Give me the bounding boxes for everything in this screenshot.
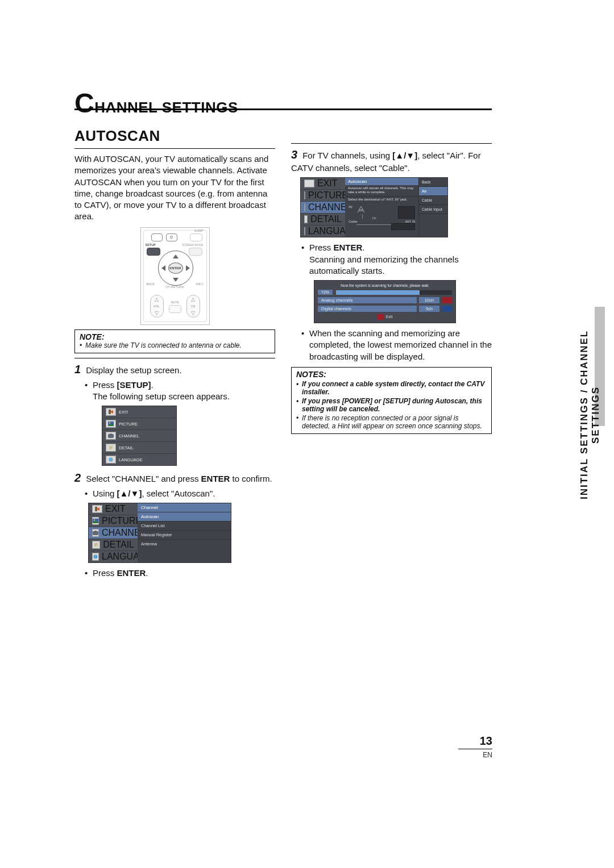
osd-progress-figure: Now the system is scanning for channels,… <box>314 280 456 323</box>
progress-track <box>336 290 452 295</box>
chapter-dropcap: C <box>74 88 94 118</box>
page-number-underline <box>458 749 492 749</box>
as-opt-air: Air <box>419 187 447 196</box>
notes-title: NOTES: <box>296 370 487 379</box>
svg-rect-0 <box>109 410 111 414</box>
osd-item-picture: PICTURE <box>102 418 176 430</box>
channel-panel-channellist: Channel List <box>138 521 231 530</box>
remote-ch-rocker: △CH▽ <box>186 295 200 318</box>
progress-message: Now the system is scanning for channels,… <box>318 283 452 287</box>
osd-item-channel: CHANNEL <box>102 430 176 442</box>
svg-rect-3 <box>109 435 114 438</box>
osd2-item-picture: PICTURE <box>89 515 138 527</box>
osd-language-label: LANGUAGE <box>119 457 143 462</box>
page-number: 13 <box>480 735 492 748</box>
remote-back-label: BACK <box>147 282 155 286</box>
progress-exit-label: Exit <box>386 315 393 319</box>
analog-swatch <box>442 297 452 303</box>
digital-key: Digital channels <box>318 306 417 312</box>
press-enter-pre-2: Press <box>309 243 334 252</box>
remote-vol-rocker: △VOL.▽ <box>150 295 164 318</box>
svg-rect-12 <box>93 532 98 535</box>
osd2-item-exit: EXIT <box>89 503 138 515</box>
step2-text-a: Select "CHANNEL" and press <box>86 474 201 483</box>
note-box: NOTE: Make sure the TV is connected to a… <box>74 329 275 353</box>
step2: 2 Select "CHANNEL" and press ENTER to co… <box>74 470 275 499</box>
exit-icon <box>377 314 384 320</box>
as-hint2: Select the destination of "ANT. IN" jack… <box>345 197 418 203</box>
analog-value: 10ch <box>419 297 439 303</box>
door-icon <box>304 180 314 187</box>
remote-sleep-label: SLEEP <box>194 229 203 232</box>
globe-icon <box>106 456 116 464</box>
step1-press-pre: Press <box>93 380 117 390</box>
remote-enter-button: ENTER <box>168 262 183 274</box>
left-column: AUTOSCAN With AUTOSCAN, your TV automati… <box>74 126 275 579</box>
step2-text-b: to confirm. <box>230 474 272 483</box>
osd-channel-label: CHANNEL <box>119 433 139 439</box>
digital-swatch <box>442 306 452 312</box>
as-detail-label: DETAIL <box>310 214 342 224</box>
section-title-underline <box>74 148 275 149</box>
arrow-down-icon <box>173 278 179 282</box>
as-item-detail: DETAIL <box>301 214 345 226</box>
divider <box>74 358 275 358</box>
step1-followup: The following setup screen appears. <box>93 391 230 401</box>
updown-arrows-label: [▲/▼] <box>392 151 417 160</box>
intro-paragraph: With AUTOSCAN, your TV automatically sca… <box>74 153 275 223</box>
step2-using-b: , select "Autoscan". <box>142 489 215 498</box>
tv-icon <box>106 432 116 440</box>
remote-sleep-button <box>190 233 202 241</box>
osd2-picture-label: PICTURE <box>102 516 142 526</box>
remote-chreturn-label: CH RETURN <box>165 285 184 289</box>
osd2-item-channel: CHANNEL <box>89 527 138 539</box>
as-cable-label: Cable <box>349 220 358 223</box>
as-title: Autoscan <box>345 178 418 185</box>
analog-key: Analog channels <box>318 297 417 303</box>
as-diagram: Air Cable Or ANT. IN <box>345 203 418 232</box>
osd2-exit-label: EXIT <box>105 504 126 514</box>
osd-picture-label: PICTURE <box>119 422 138 427</box>
picture-icon <box>106 420 116 428</box>
note-title: NOTE: <box>80 332 270 341</box>
as-opt-back: Back <box>419 178 447 187</box>
globe-icon <box>304 227 305 235</box>
press-enter-pre: Press <box>93 568 117 578</box>
notes-item-2: If you press [POWER] or [SETUP] during A… <box>296 397 487 413</box>
after-text: When the scanning and memorizing are com… <box>301 328 492 362</box>
side-section-label: INITIAL SETTINGS / CHANNEL SETTINGS <box>579 318 590 511</box>
door-icon <box>106 408 116 416</box>
press-enter-label: ENTER <box>117 568 146 578</box>
step1-setup-button-label: [SETUP] <box>117 380 151 390</box>
top-rule <box>74 108 492 110</box>
as-opt-cable-input: Cable Input <box>419 205 447 214</box>
svg-point-11 <box>94 520 95 521</box>
notes-item-3: If there is no reception connected or a … <box>296 414 487 430</box>
channel-panel-antenna: Antenna <box>138 539 231 548</box>
arrow-up-icon <box>173 254 179 258</box>
stb-box-icon <box>391 223 415 230</box>
arrow-left-icon <box>161 265 165 271</box>
as-or-label: Or <box>372 216 376 220</box>
globe-icon <box>92 553 99 561</box>
section-title: AUTOSCAN <box>74 127 275 145</box>
note-icon <box>92 541 100 549</box>
remote-info-label: INFO <box>196 282 203 286</box>
note-icon <box>304 215 308 223</box>
osd2-item-detail: DETAIL <box>89 539 138 551</box>
picture-icon <box>304 191 305 199</box>
press-enter-post-2: . <box>362 243 364 252</box>
tv-icon <box>92 529 99 537</box>
osd-channel-menu: EXIT PICTURE CHANNEL DETAIL LANGUAGE Cha… <box>88 503 231 563</box>
as-picture-label: PICTURE <box>308 190 348 201</box>
osd-item-language: LANGUAGE <box>102 454 176 465</box>
step1-number: 1 <box>74 362 84 377</box>
osd2-detail-label: DETAIL <box>103 540 134 550</box>
press-enter-follow: Scanning and memorizing the channels aut… <box>309 254 459 276</box>
progress-fill <box>336 290 420 295</box>
chapter-rest: HANNEL SETTINGS <box>94 99 238 116</box>
remote-dpad: ENTER <box>158 251 193 286</box>
as-item-language: LANGUAGE <box>301 226 345 237</box>
remote-setup-label: SETUP <box>146 243 156 247</box>
as-hint1: Autoscan will rescan all channels. This … <box>345 185 418 196</box>
